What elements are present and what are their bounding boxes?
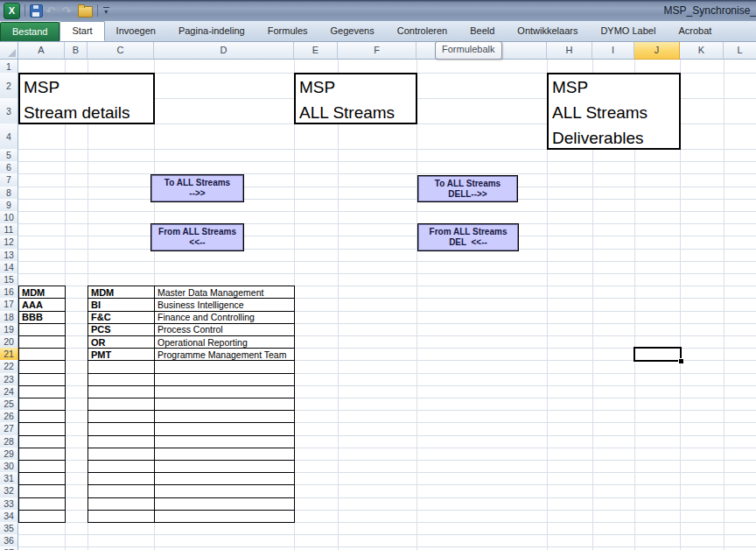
grid-cell[interactable] [592,398,635,411]
grid-cell[interactable] [338,460,417,473]
grid-cell[interactable] [592,298,635,311]
row-header-1[interactable]: 1 [0,60,18,74]
grid-cell[interactable] [680,187,724,200]
cell-stream-code[interactable]: AAA [22,298,64,311]
grid-cell[interactable] [680,435,724,448]
grid-cell[interactable] [634,460,681,473]
row-header-19[interactable]: 19 [0,323,18,336]
grid-cell[interactable] [724,398,756,411]
grid-cell[interactable] [18,149,66,162]
grid-cell[interactable] [294,385,339,398]
grid-cell[interactable] [680,261,724,274]
grid-cell[interactable] [294,546,339,550]
grid-cell[interactable] [680,546,724,550]
grid-cell[interactable] [338,199,417,212]
grid-cell[interactable] [88,187,155,200]
row-header-15[interactable]: 15 [0,273,18,286]
grid-cell[interactable] [294,335,339,349]
column-header-f[interactable]: F [338,42,416,60]
grid-cell[interactable] [416,123,548,150]
grid-cell[interactable] [338,123,417,150]
grid-cell[interactable] [154,261,295,274]
grid-cell[interactable] [724,236,756,249]
grid-cell[interactable] [547,323,593,336]
row-header-25[interactable]: 25 [0,398,18,411]
grid-cell[interactable] [65,123,88,150]
grid-cell[interactable] [416,161,548,174]
grid-cell[interactable] [592,211,635,224]
tab-invoegen[interactable]: Invoegen [105,22,167,41]
grid-cell[interactable] [547,546,593,550]
cell-legend-code[interactable]: F&C [91,311,153,324]
grid-cell[interactable] [294,261,339,274]
grid-cell[interactable] [338,187,417,200]
grid-cell[interactable] [680,161,724,174]
grid-cell[interactable] [634,149,681,162]
grid-cell[interactable] [592,161,635,174]
grid-cell[interactable] [294,460,339,473]
tab-controleren[interactable]: Controleren [386,22,458,41]
row-header-9[interactable]: 9 [0,199,18,212]
excel-app-icon[interactable] [4,3,20,18]
grid-cell[interactable] [294,123,339,150]
grid-cell[interactable] [154,534,295,547]
grid-cell[interactable] [680,60,724,74]
grid-cell[interactable] [338,273,417,286]
tab-ontwikkelaars[interactable]: Ontwikkelaars [506,22,589,41]
grid-cell[interactable] [18,273,66,286]
row-header-30[interactable]: 30 [0,460,18,473]
grid-cell[interactable] [592,149,635,162]
grid-cell[interactable] [547,448,593,461]
grid-cell[interactable] [724,273,756,286]
grid-cell[interactable] [724,546,756,550]
grid-cell[interactable] [338,435,417,448]
grid-cell[interactable] [18,211,66,224]
grid-cell[interactable] [294,273,339,286]
grid-cell[interactable] [338,211,417,224]
row-header-31[interactable]: 31 [0,472,18,485]
grid-cell[interactable] [88,273,155,286]
grid-cell[interactable] [547,410,593,423]
grid-cell[interactable] [294,149,339,162]
grid-cell[interactable] [65,311,88,324]
grid-cell[interactable] [547,286,593,299]
grid-cell[interactable] [65,236,88,249]
grid-cell[interactable] [294,187,339,200]
grid-cell[interactable] [294,236,339,249]
grid-cell[interactable] [724,435,756,448]
grid-cell[interactable] [65,199,88,212]
row-header-20[interactable]: 20 [0,335,18,349]
grid-cell[interactable] [680,173,724,187]
selected-cell[interactable] [634,347,682,362]
grid-cell[interactable] [724,385,756,398]
macro-button[interactable]: To ALL StreamsDELL-->> [417,175,518,202]
grid-cell[interactable] [65,223,88,236]
grid-cell[interactable] [547,261,593,274]
grid-cell[interactable] [680,460,724,473]
grid-cell[interactable] [680,311,724,324]
grid-cell[interactable] [547,373,593,386]
grid-cell[interactable] [154,273,295,286]
grid-cell[interactable] [724,173,756,187]
grid-cell[interactable] [416,510,548,523]
grid-cell[interactable] [294,534,339,547]
grid-cell[interactable] [724,249,756,262]
grid-cell[interactable] [416,298,548,311]
grid-cell[interactable] [592,385,635,398]
grid-cell[interactable] [65,187,88,200]
grid-cell[interactable] [338,410,417,423]
grid-cell[interactable] [338,385,417,398]
grid-cell[interactable] [294,161,339,174]
grid-cell[interactable] [294,510,339,523]
grid-cell[interactable] [680,98,724,124]
grid-cell[interactable] [547,422,593,435]
grid-cell[interactable] [65,323,88,336]
grid-cell[interactable] [634,435,681,448]
grid-cell[interactable] [416,149,548,162]
grid-cell[interactable] [724,323,756,336]
grid-cell[interactable] [338,173,417,187]
grid-cell[interactable] [724,348,756,361]
grid-cell[interactable] [592,348,635,361]
grid-cell[interactable] [416,286,548,299]
grid-cell[interactable] [416,435,548,448]
